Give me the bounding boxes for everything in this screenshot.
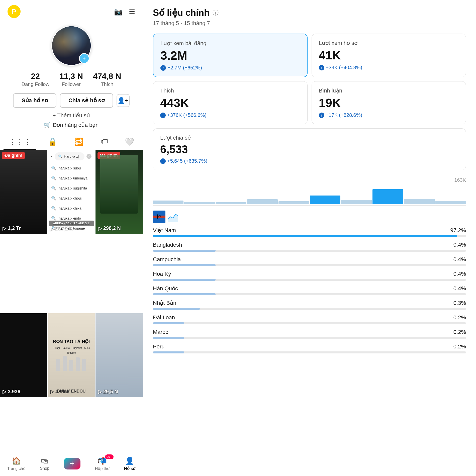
chart-section: 163K 🏳	[153, 177, 466, 353]
create-button[interactable]: +	[64, 458, 80, 469]
country-bar-fill-2	[153, 264, 216, 266]
country-bar-fill-6	[153, 322, 184, 324]
video-thumb-1[interactable]: Đã ghim ▷1,2 Tr	[0, 150, 47, 234]
country-row-0: Việt Nam 97.2%	[153, 227, 466, 237]
country-header-1: Bangladesh 0.4%	[153, 242, 466, 248]
country-name-3: Hoa Kỳ	[153, 271, 171, 277]
video-thumb-6[interactable]: ▷29,5 N	[96, 313, 143, 397]
metric-card-likes: Thích 443K ↑ +376K (+566.6%)	[153, 81, 308, 124]
nav-home-label: Trang chủ	[7, 466, 26, 471]
stat-follower[interactable]: 11,3 N Follower	[59, 72, 83, 87]
add-friend-button[interactable]: 👤+	[117, 94, 130, 107]
likes-label: Thích	[101, 81, 113, 87]
video-thumb-5[interactable]: BỌN TAO LÀ HỘI HiiragiSakuraSugishitaSuo…	[48, 313, 95, 397]
tab-videos[interactable]: ⋮⋮⋮	[4, 134, 36, 150]
section-title-row: Số liệu chính ⓘ	[153, 8, 466, 18]
country-name-4: Hàn Quốc	[153, 285, 178, 292]
search-result-2[interactable]: 🔍haruka x umemiya	[48, 173, 95, 183]
search-result-3[interactable]: 🔍haruka x sugishita	[48, 183, 95, 193]
tabs-row: ⋮⋮⋮ 🔒 🔁 🏷 🤍	[0, 134, 143, 150]
back-arrow-icon[interactable]: ‹	[51, 154, 52, 159]
menu-icon[interactable]: ☰	[129, 8, 135, 16]
country-row-5: Nhật Bản 0.3%	[153, 300, 466, 310]
play-count-1: ▷1,2 Tr	[3, 225, 21, 231]
nav-inbox[interactable]: 📬 Hộp thư	[95, 456, 110, 471]
country-header-8: Peru 0.2%	[153, 343, 466, 350]
play-count-4: ▷3.936	[3, 389, 20, 395]
tab-repost[interactable]: 🔁	[69, 134, 88, 150]
metric-views-change: ↑ +2.7M (+652%)	[160, 65, 300, 71]
country-bar-bg-0	[153, 235, 466, 237]
country-row-2: Campuchia 0.4%	[153, 256, 466, 266]
tab-locked[interactable]: 🔒	[43, 134, 62, 150]
up-arrow-icon-4: ↑	[319, 113, 324, 118]
country-header-7: Maroc 0.2%	[153, 329, 466, 335]
country-name-6: Đài Loan	[153, 314, 175, 321]
play-count-3: ▷298,2 N	[98, 225, 121, 231]
country-bar-bg-5	[153, 308, 466, 310]
tab-liked[interactable]: 🤍	[120, 134, 139, 150]
country-bar-bg-2	[153, 264, 466, 266]
profile-icon: 👤	[125, 456, 134, 465]
search-bar: ‹ 🔍 Haruka x| ✕	[48, 150, 95, 163]
nav-plus[interactable]: +	[64, 458, 80, 469]
country-pct-5: 0.3%	[453, 300, 466, 306]
order-link[interactable]: 🛒 Đơn hàng của bạn	[44, 122, 99, 128]
home-icon: 🏠	[12, 456, 21, 465]
share-profile-button[interactable]: Chia sẻ hồ sơ	[60, 93, 113, 108]
follower-label: Follower	[62, 81, 81, 87]
chart-header: 163K	[153, 177, 466, 183]
stat-following[interactable]: 22 Đang Follow	[22, 72, 49, 87]
video-thumb-3[interactable]: Đã ghim ▷298,2 N	[96, 150, 143, 234]
metrics-grid: Lượt xem bài đăng 3.2M ↑ +2.7M (+652%) L…	[153, 34, 466, 124]
follower-count: 11,3 N	[59, 72, 83, 81]
avatar-plus-button[interactable]: +	[79, 53, 89, 64]
country-header-2: Campuchia 0.4%	[153, 256, 466, 263]
up-arrow-icon: ↑	[160, 65, 166, 71]
right-panel: Số liệu chính ⓘ 17 tháng 5 - 15 tháng 7 …	[143, 0, 476, 476]
country-bar-bg-3	[153, 279, 466, 281]
grid-icon: ⋮⋮⋮	[9, 137, 31, 146]
country-pct-1: 0.4%	[453, 242, 466, 248]
country-row-6: Đài Loan 0.2%	[153, 314, 466, 324]
video-grid: Đã ghim ▷1,2 Tr Đã ghim ‹ 🔍 Haruka x| ✕	[0, 150, 143, 476]
nav-inbox-label: Hộp thư	[95, 466, 110, 471]
search-overlay: ‹ 🔍 Haruka x| ✕ 🔍haruka x suou 🔍haruka x…	[48, 150, 95, 234]
stat-likes[interactable]: 474,8 N Thích	[93, 72, 121, 87]
video-thumb-2[interactable]: Đã ghim ‹ 🔍 Haruka x| ✕ 🔍haruka x suou 🔍…	[48, 150, 95, 234]
play-count-5: ▷4.769	[50, 389, 68, 395]
metric-card-comments: Bình luận 19K ↑ +17K (+828.6%)	[312, 81, 466, 124]
nav-shop[interactable]: 🛍 Shop	[40, 457, 49, 471]
nav-home[interactable]: 🏠 Trang chủ	[7, 456, 26, 471]
metric-profile-change: ↑ +33K (+404.8%)	[319, 65, 459, 70]
inbox-icon: 📬	[98, 456, 107, 465]
nav-profile[interactable]: 👤 Hồ sơ	[124, 456, 135, 471]
country-rows: Việt Nam 97.2% Bangladesh 0.4% Campuchia…	[153, 227, 466, 353]
action-buttons: Sửa hồ sơ Chia sẻ hồ sơ 👤+	[13, 93, 130, 108]
country-header-5: Nhật Bản 0.3%	[153, 300, 466, 306]
bio-link[interactable]: + Thêm tiểu sử	[53, 112, 90, 119]
play-count-6: ▷29,5 N	[98, 389, 118, 395]
search-result-5[interactable]: 🔍haruka x chika	[48, 203, 95, 213]
metric-comments-change: ↑ +17K (+828.6%)	[319, 112, 459, 118]
country-bar-fill-3	[153, 279, 216, 281]
info-icon[interactable]: ⓘ	[213, 9, 219, 17]
avatar-container: +	[51, 26, 91, 66]
pin-badge-1: Đã ghim	[2, 152, 25, 159]
country-pct-4: 0.4%	[453, 285, 466, 292]
edit-profile-button[interactable]: Sửa hồ sơ	[13, 93, 56, 108]
date-range: 17 tháng 5 - 15 tháng 7	[153, 20, 466, 27]
metric-comments-title: Bình luận	[319, 87, 459, 94]
bottom-nav: 🏠 Trang chủ 🛍 Shop + 📬 Hộp thư 👤 Hồ sơ	[0, 451, 143, 476]
nav-shop-label: Shop	[40, 466, 49, 471]
search-input-fake: 🔍 Haruka x|	[55, 152, 84, 160]
metric-card-shares: Lượt chia sẻ 6,533 ↑ +5,645 (+635.7%)	[153, 128, 466, 170]
search-result-1[interactable]: 🔍haruka x suou	[48, 163, 95, 173]
country-name-2: Campuchia	[153, 256, 181, 263]
search-result-4[interactable]: 🔍haruka x chouji	[48, 193, 95, 203]
tab-tagged[interactable]: 🏷	[96, 134, 113, 150]
country-bar-fill-7	[153, 337, 184, 339]
camera-icon[interactable]: 📷	[114, 8, 123, 16]
clear-search-icon[interactable]: ✕	[86, 154, 91, 159]
video-thumb-4[interactable]: ▷3.936	[0, 313, 47, 397]
